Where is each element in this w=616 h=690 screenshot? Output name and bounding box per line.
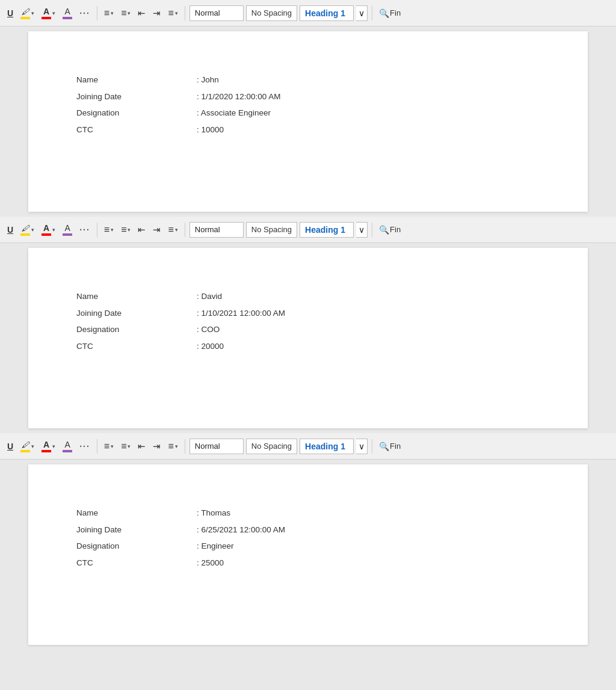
decrease-indent-button[interactable]: ⇤ — [135, 6, 148, 20]
align-button-2[interactable]: ≡ ▾ — [165, 223, 180, 237]
ctc-value-1: : 10000 — [197, 123, 224, 137]
increase-indent-button[interactable]: ⇥ — [150, 6, 163, 20]
font-clear-button-3[interactable]: A — [60, 438, 75, 454]
bullet-list-button-2[interactable]: ≡ ▾ — [102, 223, 116, 237]
style-dropdown-button-3[interactable]: ∨ — [356, 439, 368, 454]
highlight-bar — [20, 17, 30, 19]
table-row: Designation : Associate Engineer — [76, 106, 540, 120]
doc-section-1: Name : John Joining Date : 1/1/2020 12:0… — [0, 26, 616, 217]
more-button-3[interactable]: ··· — [77, 440, 93, 453]
more-button[interactable]: ··· — [77, 7, 93, 20]
align-button-3[interactable]: ≡ ▾ — [165, 439, 180, 454]
font-color-chevron: ▾ — [52, 10, 55, 16]
designation-label-1: Designation — [76, 106, 197, 120]
more-icon-3: ··· — [79, 442, 90, 451]
separator-9 — [372, 439, 372, 454]
font-color-button-3[interactable]: A ▾ — [39, 438, 58, 454]
highlight-chevron-3: ▾ — [31, 443, 34, 449]
find-button-2[interactable]: 🔍 Fin — [377, 223, 403, 236]
ctc-label-1: CTC — [76, 123, 197, 137]
style-normal-box-3[interactable]: Normal — [189, 439, 244, 454]
more-button-2[interactable]: ··· — [77, 223, 93, 236]
increase-indent-button-3[interactable]: ⇥ — [150, 439, 163, 454]
highlight-icon-2: 🖊 — [20, 224, 30, 236]
underline-button-2[interactable]: U — [5, 223, 16, 236]
align-chevron-2: ▾ — [175, 227, 178, 233]
joining-label-1: Joining Date — [76, 90, 197, 103]
font-clear-icon-2: A — [63, 223, 72, 236]
underline-button-3[interactable]: U — [5, 440, 16, 453]
font-color-chevron-3: ▾ — [52, 443, 55, 449]
style-nospacing-box-3[interactable]: No Spacing — [246, 439, 297, 454]
name-value-2: : David — [197, 290, 222, 303]
joining-value-2: : 1/10/2021 12:00:00 AM — [197, 307, 285, 320]
font-clear-icon: A — [63, 7, 72, 19]
align-icon-3: ≡ — [168, 441, 173, 452]
separator-5 — [185, 223, 185, 237]
block-2: U 🖊 ▾ A ▾ A ··· ≡ ▾ — [0, 217, 616, 433]
style-nospacing-box[interactable]: No Spacing — [246, 5, 297, 21]
employee-table-1: Name : John Joining Date : 1/1/2020 12:0… — [76, 73, 540, 136]
decrease-indent-button-3[interactable]: ⇤ — [135, 439, 148, 454]
bullet-list-button-3[interactable]: ≡ ▾ — [102, 439, 116, 454]
decrease-indent-icon-3: ⇤ — [138, 441, 146, 452]
style-nospacing-box-2[interactable]: No Spacing — [246, 222, 297, 238]
highlight-icon: 🖊 — [20, 7, 30, 19]
bullet-chevron: ▾ — [111, 10, 114, 16]
numbered-list-icon: ≡ — [121, 8, 126, 19]
doc-page-3: Name : Thomas Joining Date : 6/25/2021 1… — [28, 464, 588, 645]
numbered-list-icon-3: ≡ — [121, 441, 126, 452]
numbered-list-icon-2: ≡ — [121, 224, 126, 235]
toolbar-2: U 🖊 ▾ A ▾ A ··· ≡ ▾ — [0, 217, 616, 243]
search-icon-3: 🔍 — [379, 442, 389, 451]
numbered-list-button-2[interactable]: ≡ ▾ — [119, 223, 133, 237]
more-icon-2: ··· — [79, 225, 90, 235]
toolbar-1: U 🖊 ▾ A ▾ A ··· — [0, 0, 616, 26]
highlight-button-2[interactable]: 🖊 ▾ — [18, 222, 37, 238]
font-color-button[interactable]: A ▾ — [39, 5, 58, 21]
font-clear-icon-3: A — [63, 440, 72, 452]
font-clear-bar — [63, 17, 72, 19]
highlight-bar-3 — [20, 450, 30, 452]
block-3: U 🖊 ▾ A ▾ A ··· ≡ ▾ — [0, 433, 616, 650]
style-normal-box-2[interactable]: Normal — [189, 222, 244, 238]
increase-indent-button-2[interactable]: ⇥ — [150, 223, 163, 237]
highlight-button[interactable]: 🖊 ▾ — [18, 5, 37, 21]
style-normal-box[interactable]: Normal — [189, 5, 244, 21]
align-chevron-3: ▾ — [175, 443, 178, 449]
style-heading1-box-2[interactable]: Heading 1 — [300, 222, 354, 238]
designation-value-2: : COO — [197, 323, 220, 336]
style-heading1-box[interactable]: Heading 1 — [300, 5, 354, 21]
font-clear-button[interactable]: A — [60, 5, 75, 21]
decrease-indent-button-2[interactable]: ⇤ — [135, 223, 148, 237]
bullet-chevron-3: ▾ — [111, 443, 114, 449]
numbered-list-button[interactable]: ≡ ▾ — [119, 6, 133, 20]
find-button[interactable]: 🔍 Fin — [377, 7, 403, 20]
separator-3 — [372, 6, 372, 20]
underline-button[interactable]: U — [5, 7, 16, 20]
align-button[interactable]: ≡ ▾ — [165, 6, 180, 20]
designation-value-1: : Associate Engineer — [197, 106, 271, 120]
highlight-button-3[interactable]: 🖊 ▾ — [18, 439, 37, 454]
numbered-list-button-3[interactable]: ≡ ▾ — [119, 439, 133, 454]
block-1: U 🖊 ▾ A ▾ A ··· — [0, 0, 616, 217]
style-dropdown-button[interactable]: ∨ — [356, 5, 368, 21]
style-dropdown-button-2[interactable]: ∨ — [356, 222, 368, 238]
align-icon-2: ≡ — [168, 224, 173, 235]
font-color-button-2[interactable]: A ▾ — [39, 221, 58, 238]
align-icon: ≡ — [168, 8, 173, 19]
increase-indent-icon: ⇥ — [153, 8, 161, 19]
style-dropdown-chevron: ∨ — [359, 8, 365, 18]
font-clear-button-2[interactable]: A — [60, 221, 75, 238]
bullet-list-button[interactable]: ≡ ▾ — [102, 6, 116, 20]
numbered-chevron-2: ▾ — [128, 227, 131, 233]
table-row: Name : John — [76, 73, 540, 87]
table-row: Designation : Engineer — [76, 540, 540, 553]
search-icon: 🔍 — [379, 8, 389, 18]
style-heading1-box-3[interactable]: Heading 1 — [300, 439, 354, 454]
separator-6 — [372, 223, 372, 237]
search-icon-2: 🔍 — [379, 225, 389, 235]
increase-indent-icon-3: ⇥ — [153, 441, 161, 452]
font-clear-bar-3 — [63, 450, 72, 452]
find-button-3[interactable]: 🔍 Fin — [377, 440, 403, 453]
